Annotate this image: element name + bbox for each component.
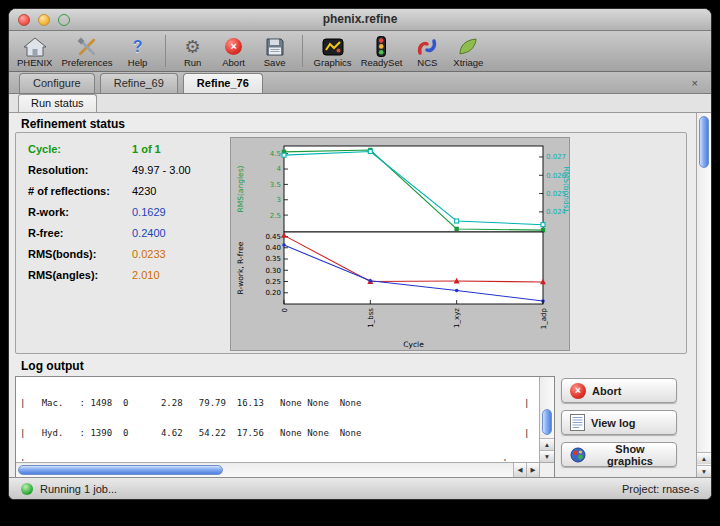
log-output-panel: | Mac. : 1498 0 2.28 79.79 16.13 None No… (15, 376, 555, 478)
toolbar-separator (165, 35, 166, 67)
toolbar-button-xtriage[interactable]: Xtriage (452, 32, 484, 69)
tab-refine-69[interactable]: Refine_69 (100, 73, 178, 93)
scroll-down-arrow-icon[interactable]: ▼ (540, 450, 554, 462)
stat-resolution: Resolution:49.97 - 3.00 (28, 164, 191, 185)
refinement-status-panel: Cycle:1 of 1 Resolution:49.97 - 3.00 # o… (15, 132, 687, 354)
scroll-up-arrow-icon[interactable]: ▲ (697, 452, 711, 464)
main-scrollbar[interactable]: ▲ ▼ (696, 113, 711, 477)
graphics-icon (322, 36, 344, 57)
log-line: | Hyd. : 1390 0 4.62 54.22 17.56 None No… (20, 428, 538, 438)
abort-button[interactable]: × Abort (561, 378, 677, 403)
status-bar: Running 1 job... Project: rnase-s (9, 477, 711, 499)
document-icon (570, 414, 585, 431)
svg-text:RMS(bonds): RMS(bonds) (562, 166, 569, 211)
log-vertical-scrollbar[interactable]: ▲ ▼ (539, 377, 554, 462)
help-icon: ? (133, 36, 143, 57)
toolbar-button-help[interactable]: ? Help (122, 32, 154, 69)
refinement-status-title: Refinement status (21, 117, 125, 131)
log-output-title: Log output (21, 359, 84, 373)
svg-text:2.5: 2.5 (270, 212, 281, 220)
main-panel: Refinement status Cycle:1 of 1 Resolutio… (9, 113, 711, 477)
svg-text:0.25: 0.25 (265, 278, 281, 286)
log-line: | Mac. : 1498 0 2.28 79.79 16.13 None No… (20, 398, 538, 408)
xtriage-icon (457, 36, 479, 57)
log-line: | | (20, 458, 538, 461)
toolbar-button-phenix[interactable]: PHENIX (17, 32, 52, 69)
tab-close-icon[interactable]: × (689, 73, 701, 93)
toolbar-button-ncs[interactable]: NCS (411, 32, 443, 69)
status-message: Running 1 job... (40, 483, 117, 495)
show-graphics-button[interactable]: Show graphics (561, 442, 677, 467)
tab-bar: Configure Refine_69 Refine_76 × (9, 72, 711, 94)
project-label: Project: rnase-s (622, 483, 699, 495)
toolbar-button-save[interactable]: Save (259, 32, 291, 69)
tab-refine-76[interactable]: Refine_76 (183, 73, 263, 93)
stat-reflections: # of reflections:4230 (28, 185, 191, 206)
svg-text:0: 0 (281, 308, 289, 312)
svg-text:3.5: 3.5 (270, 181, 281, 189)
toolbar-button-preferences[interactable]: Preferences (61, 32, 112, 69)
subtab-bar: Run status (9, 94, 711, 113)
scroll-down-arrow-icon[interactable]: ▼ (697, 465, 711, 477)
svg-text:1_bss: 1_bss (367, 308, 375, 328)
readyset-icon (371, 36, 391, 57)
svg-text:1_adp: 1_adp (540, 307, 548, 329)
progress-spinner-icon (21, 483, 33, 495)
svg-text:0.35: 0.35 (265, 255, 281, 263)
toolbar-separator (302, 35, 303, 67)
stat-r-work: R-work:0.1629 (28, 206, 191, 227)
log-text[interactable]: | Mac. : 1498 0 2.28 79.79 16.13 None No… (17, 377, 538, 461)
view-log-button[interactable]: View log (561, 410, 677, 435)
svg-text:4.5: 4.5 (270, 150, 281, 158)
svg-text:0.20: 0.20 (265, 289, 281, 297)
scroll-up-arrow-icon[interactable]: ▲ (540, 438, 554, 450)
window-controls (18, 14, 70, 26)
toolbar-button-readyset[interactable]: ReadySet (361, 32, 403, 69)
svg-text:1_xyz: 1_xyz (453, 308, 461, 328)
scroll-left-arrow-icon[interactable]: ◀ (513, 463, 526, 477)
svg-text:RMS(angles): RMS(angles) (236, 165, 245, 212)
refinement-stats: Cycle:1 of 1 Resolution:49.97 - 3.00 # o… (28, 143, 191, 290)
titlebar[interactable]: phenix.refine (9, 9, 711, 31)
save-icon (265, 36, 285, 57)
toolbar-button-abort[interactable]: × Abort (218, 32, 250, 69)
window-title: phenix.refine (9, 9, 711, 30)
close-window-button[interactable] (18, 14, 30, 26)
svg-text:0.027: 0.027 (546, 153, 566, 161)
svg-text:0.40: 0.40 (265, 244, 281, 252)
phenix-home-icon (23, 36, 47, 57)
subtab-run-status[interactable]: Run status (18, 94, 97, 112)
svg-text:3: 3 (277, 196, 281, 204)
action-buttons: × Abort View log Show graphics (561, 378, 677, 474)
svg-text:Cycle: Cycle (403, 340, 424, 349)
log-vscroll-thumb[interactable] (542, 409, 552, 435)
toolbar: PHENIX Preferences ? Help ⚙ Run × Abort … (9, 31, 711, 72)
toolbar-button-run[interactable]: ⚙ Run (177, 32, 209, 69)
stat-cycle: Cycle:1 of 1 (28, 143, 191, 164)
svg-text:R-work, R-free: R-work, R-free (236, 241, 245, 294)
toolbar-button-graphics[interactable]: Graphics (314, 32, 352, 69)
scroll-right-arrow-icon[interactable]: ▶ (526, 463, 539, 477)
abort-icon: × (225, 36, 242, 57)
svg-text:0.45: 0.45 (265, 233, 281, 241)
stat-rms-angles: RMS(angles):2.010 (28, 269, 191, 290)
zoom-window-button[interactable] (58, 14, 70, 26)
log-horizontal-scrollbar[interactable]: ◀ ▶ (16, 462, 539, 477)
tab-configure[interactable]: Configure (19, 73, 95, 93)
stat-rms-bonds: RMS(bonds):0.0233 (28, 248, 191, 269)
ncs-icon (416, 36, 438, 57)
refinement-chart: 4.543.532.50.0270.0260.0250.024RMS(angle… (230, 137, 570, 351)
scrollbar-corner (539, 462, 554, 477)
svg-text:4: 4 (277, 165, 282, 173)
minimize-window-button[interactable] (38, 14, 50, 26)
graphics-sphere-icon (570, 447, 586, 463)
stat-r-free: R-free:0.2400 (28, 227, 191, 248)
svg-text:0.30: 0.30 (265, 267, 281, 275)
log-hscroll-thumb[interactable] (18, 465, 223, 475)
preferences-icon (75, 36, 99, 57)
abort-icon: × (570, 383, 586, 399)
main-scroll-thumb[interactable] (699, 116, 709, 168)
run-icon: ⚙ (185, 36, 201, 57)
phenix-refine-window: phenix.refine PHENIX Preferences ? Help … (8, 8, 712, 500)
